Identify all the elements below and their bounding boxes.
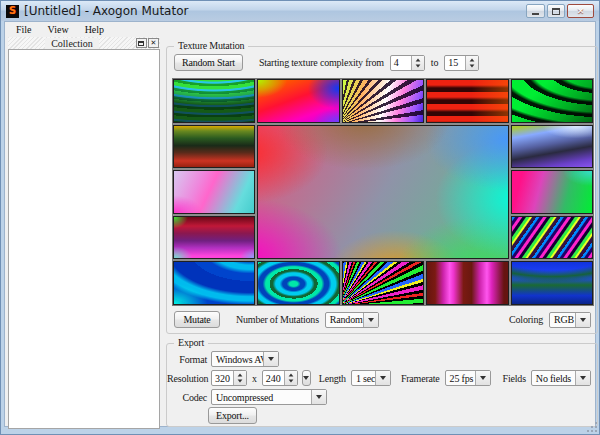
chevron-down-icon (480, 376, 486, 380)
codec-label: Codec (167, 392, 207, 403)
collection-list[interactable] (8, 49, 160, 429)
window-title: [Untitled] - Axogon Mutator (24, 4, 188, 18)
combo-arrow[interactable] (375, 371, 390, 385)
format-label: Format (167, 354, 207, 365)
framerate-value: 25 fps (446, 371, 475, 385)
complexity-from-spin-buttons[interactable] (411, 56, 424, 70)
texture-thumbnail[interactable] (257, 79, 339, 123)
texture-thumbnail[interactable] (173, 216, 255, 260)
menu-file[interactable]: File (8, 22, 40, 36)
spin-down-icon (238, 379, 243, 382)
minimize-icon (532, 13, 539, 15)
combo-arrow[interactable] (311, 390, 326, 404)
chevron-down-icon (303, 376, 309, 380)
texture-thumbnail[interactable] (173, 79, 255, 123)
texture-thumbnail[interactable] (426, 79, 508, 123)
coloring-label: Coloring (509, 314, 543, 325)
collection-dock-header[interactable]: Collection ✕ (8, 37, 160, 49)
minimize-button[interactable] (526, 4, 545, 18)
combo-arrow[interactable] (263, 352, 278, 366)
close-button[interactable]: ✕ (567, 4, 594, 18)
close-icon: ✕ (577, 7, 585, 16)
combo-arrow[interactable] (475, 371, 490, 385)
resolution-height-spinbox[interactable]: 240 (262, 370, 298, 386)
mutations-count-combo[interactable]: Random (325, 312, 379, 328)
framerate-combo[interactable]: 25 fps (445, 370, 491, 386)
length-label: Length (319, 373, 346, 384)
caption-buttons: ✕ (524, 4, 594, 18)
resolution-x-label: x (252, 373, 257, 384)
mutate-row: Mutate Number of Mutations Random Colori… (174, 311, 591, 328)
texture-thumbnail[interactable] (426, 261, 508, 305)
collection-dock-title: Collection (45, 38, 99, 49)
export-group-label: Export (174, 337, 208, 348)
texture-thumbnail[interactable] (173, 261, 255, 305)
resolution-preset-button[interactable] (302, 370, 311, 386)
fields-label: Fields (503, 373, 526, 384)
spin-down-icon (415, 64, 420, 67)
app-window: S [Untitled] - Axogon Mutator ✕ File Vie… (0, 0, 600, 435)
dock-float-button[interactable] (136, 38, 147, 48)
length-value: 1 sec (352, 371, 375, 385)
complexity-to-spinbox[interactable]: 15 (444, 55, 479, 71)
combo-arrow[interactable] (575, 371, 590, 385)
app-icon: S (6, 5, 19, 18)
fields-combo[interactable]: No fields (531, 370, 591, 386)
texture-thumbnail[interactable] (342, 79, 424, 123)
maximize-button[interactable] (547, 4, 565, 18)
complexity-label: Starting texture complexity from (259, 57, 384, 68)
texture-thumbnail[interactable] (257, 261, 339, 305)
codec-row: Codec Uncompressed (167, 389, 591, 405)
resolution-width-spin-buttons[interactable] (233, 371, 246, 385)
texture-thumbnail[interactable] (511, 261, 593, 305)
mutations-count-label: Number of Mutations (236, 314, 319, 325)
texture-preview-main[interactable] (257, 125, 508, 260)
complexity-to-value: 15 (445, 56, 465, 70)
texture-thumbnail[interactable] (342, 261, 424, 305)
chevron-down-icon (368, 318, 374, 322)
spin-down-icon (470, 64, 475, 67)
combo-arrow[interactable] (575, 313, 590, 327)
texture-thumbnail[interactable] (511, 216, 593, 260)
chevron-down-icon (380, 376, 386, 380)
resolution-height-spin-buttons[interactable] (284, 371, 297, 385)
format-combo[interactable]: Windows AVI (211, 351, 279, 367)
dock-close-button[interactable]: ✕ (148, 38, 159, 48)
complexity-to-spin-buttons[interactable] (465, 56, 478, 70)
texture-mutation-group: Texture Mutation Random Start Starting t… (166, 46, 598, 334)
complexity-row: Random Start Starting texture complexity… (174, 54, 590, 71)
texture-thumbnail[interactable] (511, 125, 593, 169)
codec-combo[interactable]: Uncompressed (211, 389, 327, 405)
texture-thumbnail[interactable] (511, 79, 593, 123)
combo-arrow[interactable] (363, 313, 378, 327)
resolution-height-value: 240 (263, 371, 284, 385)
texture-thumbnail[interactable] (173, 125, 255, 169)
export-button-row: Export... (208, 407, 257, 424)
texture-thumbnail[interactable] (173, 170, 255, 214)
export-button[interactable]: Export... (208, 407, 257, 424)
length-combo[interactable]: 1 sec (351, 370, 391, 386)
chevron-down-icon (268, 357, 274, 361)
spin-down-icon (288, 379, 293, 382)
spin-up-icon (415, 58, 420, 61)
title-bar[interactable]: S [Untitled] - Axogon Mutator ✕ (1, 1, 599, 21)
resize-grip[interactable] (586, 421, 598, 433)
resolution-label: Resolution (167, 373, 207, 384)
random-start-button[interactable]: Random Start (174, 54, 243, 71)
resolution-width-spinbox[interactable]: 320 (211, 370, 247, 386)
framerate-label: Framerate (401, 373, 440, 384)
coloring-combo[interactable]: RGB (549, 312, 591, 328)
mutate-button[interactable]: Mutate (174, 311, 220, 328)
menu-help[interactable]: Help (77, 22, 112, 36)
texture-mutation-group-label: Texture Mutation (174, 40, 248, 51)
texture-thumbnail[interactable] (511, 170, 593, 214)
spin-up-icon (238, 373, 243, 376)
complexity-from-spinbox[interactable]: 4 (390, 55, 425, 71)
texture-grid (172, 78, 594, 306)
export-group: Export Format Windows AVI Resolution 320 (166, 343, 598, 427)
dock-close-icon: ✕ (151, 40, 157, 47)
resolution-width-value: 320 (212, 371, 233, 385)
spin-up-icon (288, 373, 293, 376)
chevron-down-icon (580, 318, 586, 322)
menu-view[interactable]: View (40, 22, 77, 36)
